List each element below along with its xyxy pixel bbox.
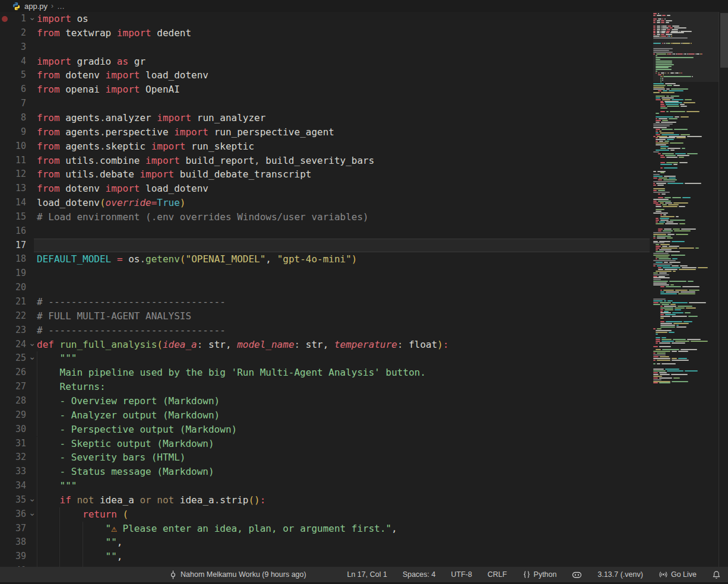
breakpoint-margin[interactable] [2, 427, 8, 433]
breakpoint-margin[interactable] [2, 200, 8, 206]
code-line[interactable]: 21# ------------------------------- [0, 295, 653, 309]
line-number[interactable]: 7 [8, 97, 26, 111]
code-line[interactable]: 30 - Perspective output (Markdown) [0, 423, 653, 437]
breakpoint-margin[interactable] [2, 87, 8, 93]
breakpoint-margin[interactable] [2, 441, 8, 447]
status-notifications[interactable] [711, 570, 722, 579]
breadcrumb-symbol-path[interactable]: … [57, 2, 65, 11]
code-line[interactable]: 5from dotenv import load_dotenv [0, 68, 653, 82]
code-line[interactable]: 22# FULL MULTI-AGENT ANALYSIS [0, 309, 653, 323]
code-line[interactable]: 34 """ [0, 479, 653, 493]
line-number[interactable]: 18 [8, 252, 26, 266]
line-number[interactable]: 35 [8, 493, 26, 507]
code-line[interactable]: 3 [0, 40, 653, 55]
breakpoint-margin[interactable] [2, 30, 8, 36]
status-git-blame[interactable]: Nahom Melkamu Worku (9 hours ago) [167, 567, 308, 582]
code-line[interactable]: 1›import os [0, 12, 653, 26]
code-line[interactable]: 14load_dotenv(override=True) [0, 196, 653, 210]
breakpoint-margin[interactable] [2, 483, 8, 489]
breakpoint-margin[interactable] [2, 412, 8, 418]
line-number[interactable]: 27 [8, 380, 26, 394]
breakpoint-margin[interactable] [2, 72, 8, 78]
breakpoint-margin[interactable] [2, 554, 8, 560]
line-number[interactable]: 38 [8, 535, 26, 550]
breakpoint-margin[interactable] [2, 243, 8, 249]
breakpoint-margin[interactable] [2, 497, 8, 503]
editor[interactable]: 1›import os2from textwrap import dedent3… [0, 12, 728, 567]
breakpoint-margin[interactable] [2, 299, 8, 305]
code-line[interactable]: 38 "", [0, 535, 653, 550]
line-number[interactable]: 1 [8, 12, 26, 26]
line-number[interactable]: 39 [8, 550, 26, 564]
breakpoint-margin[interactable] [2, 539, 8, 545]
line-number[interactable]: 15 [8, 210, 26, 224]
line-number[interactable]: 25 [8, 351, 26, 366]
breakpoint-margin[interactable] [2, 512, 8, 518]
breakpoint-margin[interactable] [2, 129, 8, 135]
vertical-scrollbar[interactable] [718, 12, 728, 567]
code-line[interactable]: 19 [0, 266, 653, 281]
line-number[interactable]: 20 [8, 281, 26, 295]
code-line[interactable]: 27 Returns: [0, 380, 653, 394]
line-number[interactable]: 22 [8, 309, 26, 323]
breakpoint-margin[interactable] [2, 172, 8, 177]
code-line[interactable]: 2from textwrap import dedent [0, 26, 653, 40]
code-line[interactable]: 31 - Skeptic output (Markdown) [0, 437, 653, 451]
code-line[interactable]: 17 [0, 239, 653, 253]
code-line[interactable]: 37 "⚠ Please enter an idea, plan, or arg… [0, 522, 653, 536]
status-indentation[interactable]: Spaces: 4 [401, 570, 437, 579]
breakpoint-margin[interactable] [2, 526, 8, 532]
breakpoint-margin[interactable] [2, 328, 8, 334]
minimap[interactable] [653, 12, 718, 567]
line-number[interactable]: 12 [8, 167, 26, 182]
line-number[interactable]: 6 [8, 82, 26, 97]
breakpoint-margin[interactable] [2, 271, 8, 277]
code-line[interactable]: 23# ------------------------------- [0, 323, 653, 338]
breakpoint-margin[interactable] [2, 214, 8, 220]
breakpoint-margin[interactable] [2, 469, 8, 475]
status-go-live[interactable]: Go Live [657, 570, 698, 579]
code-line[interactable]: 13from dotenv import load_dotenv [0, 182, 653, 196]
breakpoint-margin[interactable] [2, 398, 8, 404]
line-number[interactable]: 16 [8, 224, 26, 239]
code-line[interactable]: 35› if not idea_a or not idea_a.strip(): [0, 493, 653, 507]
breakpoint-margin[interactable] [2, 356, 8, 361]
code-line[interactable]: 25› """ [0, 351, 653, 366]
line-number[interactable]: 2 [8, 26, 26, 40]
code-line[interactable]: 36› return ( [0, 507, 653, 522]
line-number[interactable]: 30 [8, 423, 26, 437]
breakpoint-margin[interactable] [2, 45, 8, 50]
code-line[interactable]: 33 - Status message (Markdown) [0, 465, 653, 479]
line-number[interactable]: 8 [8, 111, 26, 125]
code-line[interactable]: 24›def run_full_analysis(idea_a: str, mo… [0, 338, 653, 352]
breadcrumb-file[interactable]: app.py [24, 2, 48, 11]
breakpoint-margin[interactable] [2, 285, 8, 291]
line-number[interactable]: 19 [8, 266, 26, 281]
code-line[interactable]: 29 - Analyzer output (Markdown) [0, 408, 653, 423]
line-number[interactable]: 24 [8, 338, 26, 352]
line-number[interactable]: 34 [8, 479, 26, 493]
code-line[interactable]: 26 Main pipeline used by the big 'Run Mu… [0, 366, 653, 380]
line-number[interactable]: 32 [8, 450, 26, 465]
code-line[interactable]: 8from agents.analyzer import run_analyze… [0, 111, 653, 125]
code-line[interactable]: 28 - Overview report (Markdown) [0, 394, 653, 408]
code-line[interactable]: 7 [0, 97, 653, 111]
status-cursor-position[interactable]: Ln 17, Col 1 [346, 570, 388, 579]
line-number[interactable]: 21 [8, 295, 26, 309]
line-number[interactable]: 28 [8, 394, 26, 408]
breakpoint-margin[interactable] [2, 455, 8, 461]
line-number[interactable]: 11 [8, 154, 26, 168]
breakpoint-margin[interactable] [2, 228, 8, 234]
code-line[interactable]: 4import gradio as gr [0, 55, 653, 69]
code-line[interactable]: 32 - Severity bars (HTML) [0, 450, 653, 465]
breakpoint-margin[interactable] [2, 370, 8, 376]
code-line[interactable]: 9from agents.perspective import run_pers… [0, 125, 653, 139]
status-eol-sequence[interactable]: CRLF [486, 570, 508, 579]
breakpoint-margin[interactable] [2, 101, 8, 107]
code-line[interactable]: 10from agents.skeptic import run_skeptic [0, 139, 653, 154]
line-number[interactable]: 5 [8, 68, 26, 82]
line-number[interactable]: 17 [8, 239, 26, 253]
line-number[interactable]: 9 [8, 125, 26, 139]
code-line[interactable]: 39 "", [0, 550, 653, 564]
breakpoint-margin[interactable] [2, 144, 8, 150]
